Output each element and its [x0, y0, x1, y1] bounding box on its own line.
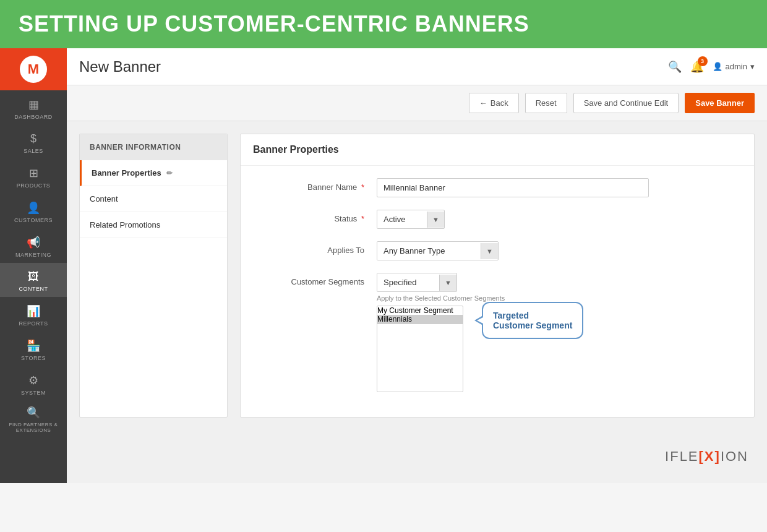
reports-icon: 📊	[27, 304, 40, 318]
form-section-title: Banner Properties	[241, 134, 754, 166]
admin-user-menu[interactable]: 👤 admin ▾	[713, 62, 755, 71]
sidebar-label-customers: CUSTOMERS	[14, 217, 53, 223]
form-body: Banner Name * Status *	[241, 166, 754, 417]
sidebar-label-system: SYSTEM	[21, 390, 46, 396]
applies-to-row: Applies To Any Banner Type Catalog Price…	[265, 241, 742, 260]
sidebar-label-reports: REPORTS	[19, 320, 48, 327]
magento-logo-icon: M	[20, 56, 47, 83]
sidebar: M ▦ DASHBOARD $ SALES ⊞ PRODUCTS 👤 CUSTO…	[0, 48, 67, 483]
segments-select-wrapper: All Specified ▼	[377, 273, 457, 292]
left-nav: BANNER INFORMATION Banner Properties ✏ C…	[79, 134, 228, 418]
top-banner: SETTING UP CUSTOMER-CENTRIC BANNERS	[0, 0, 767, 48]
nav-label-content: Content	[90, 194, 118, 204]
banner-name-label: Banner Name *	[265, 178, 377, 192]
search-icon[interactable]: 🔍	[668, 60, 682, 74]
back-button[interactable]: ← Back	[469, 93, 519, 113]
sales-icon: $	[30, 132, 36, 145]
nav-item-banner-properties[interactable]: Banner Properties ✏	[80, 160, 227, 186]
segments-select-arrow[interactable]: ▼	[439, 275, 456, 291]
header-bar: New Banner 🔍 🔔 3 👤 admin ▾	[67, 48, 767, 85]
sidebar-item-dashboard[interactable]: ▦ DASHBOARD	[0, 90, 67, 125]
top-banner-title: SETTING UP CUSTOMER-CENTRIC BANNERS	[19, 11, 748, 37]
sidebar-item-sales[interactable]: $ SALES	[0, 125, 67, 159]
applies-to-control: Any Banner Type Catalog Price Rule Shopp…	[377, 241, 742, 260]
admin-dropdown-icon: ▾	[750, 62, 755, 71]
segment-listbox[interactable]: My Customer Segment Millennials	[377, 306, 463, 392]
segment-option-my-customer[interactable]: My Customer Segment	[377, 306, 463, 315]
reset-button[interactable]: Reset	[525, 93, 567, 113]
sidebar-label-dashboard: DASHBOARD	[14, 114, 53, 120]
status-control: Active Inactive ▼	[377, 210, 742, 229]
stores-icon: 🏪	[27, 339, 40, 353]
sidebar-label-content: CONTENT	[19, 286, 48, 292]
sidebar-item-reports[interactable]: 📊 REPORTS	[0, 297, 67, 332]
banner-name-input[interactable]	[377, 178, 649, 197]
sidebar-item-products[interactable]: ⊞ PRODUCTS	[0, 159, 67, 194]
iflexion-logo: IFLE[X]ION	[665, 448, 748, 465]
customer-segments-label: Customer Segments	[265, 273, 377, 286]
form-panel: Banner Properties Banner Name *	[240, 134, 755, 418]
banner-name-control	[377, 178, 742, 197]
sidebar-logo: M	[0, 48, 67, 90]
extensions-icon: 🔍	[27, 406, 40, 419]
status-row: Status * Active Inactive ▼	[265, 210, 742, 229]
sidebar-item-content[interactable]: 🖼 CONTENT	[0, 263, 67, 297]
customer-segments-select[interactable]: All Specified	[377, 273, 439, 291]
save-continue-button[interactable]: Save and Continue Edit	[573, 93, 679, 113]
main-content: BANNER INFORMATION Banner Properties ✏ C…	[67, 121, 767, 430]
status-select-wrapper: Active Inactive ▼	[377, 210, 445, 229]
customer-segments-control: All Specified ▼ Apply to the Selected Cu…	[377, 273, 742, 392]
applies-to-label: Applies To	[265, 241, 377, 255]
customers-icon: 👤	[27, 201, 40, 215]
required-marker: *	[361, 182, 364, 192]
sidebar-label-stores: STORES	[21, 355, 46, 361]
banner-name-row: Banner Name *	[265, 178, 742, 197]
sidebar-item-extensions[interactable]: 🔍 FIND PARTNERS & EXTENSIONS	[0, 401, 67, 438]
sidebar-label-sales: SALES	[24, 148, 43, 154]
sidebar-item-customers[interactable]: 👤 CUSTOMERS	[0, 194, 67, 228]
segments-note: Apply to the Selected Customer Segments	[377, 294, 742, 302]
nav-label-related-promotions: Related Promotions	[90, 220, 160, 230]
content-area: New Banner 🔍 🔔 3 👤 admin ▾ ← Back	[67, 48, 767, 483]
dashboard-icon: ▦	[28, 98, 39, 111]
nav-label-banner-properties: Banner Properties	[92, 168, 161, 178]
page-title: New Banner	[79, 58, 161, 75]
toolbar: ← Back Reset Save and Continue Edit Save…	[67, 85, 767, 121]
sidebar-item-system[interactable]: ⚙ SYSTEM	[0, 366, 67, 401]
marketing-icon: 📢	[27, 236, 40, 249]
applies-to-select-arrow[interactable]: ▼	[481, 243, 498, 259]
admin-username: admin	[726, 62, 747, 71]
admin-user-icon: 👤	[713, 62, 722, 71]
targeted-segment-tooltip: TargetedCustomer Segment	[482, 302, 583, 339]
required-marker-status: *	[361, 214, 364, 223]
sidebar-label-marketing: MARKETING	[15, 252, 51, 258]
notifications-icon[interactable]: 🔔 3	[690, 60, 704, 74]
iflexion-logo-highlight: [X]	[699, 448, 721, 464]
applies-to-select-wrapper: Any Banner Type Catalog Price Rule Shopp…	[377, 241, 499, 260]
bottom-area: IFLE[X]ION	[67, 430, 767, 483]
sidebar-item-stores[interactable]: 🏪 STORES	[0, 332, 67, 366]
system-icon: ⚙	[28, 374, 38, 387]
sidebar-item-marketing[interactable]: 📢 MARKETING	[0, 228, 67, 263]
products-icon: ⊞	[29, 166, 38, 180]
nav-item-related-promotions[interactable]: Related Promotions	[80, 212, 227, 238]
segment-option-millennials[interactable]: Millennials	[377, 315, 463, 324]
left-nav-header: BANNER INFORMATION	[80, 134, 227, 160]
nav-item-content[interactable]: Content	[80, 186, 227, 212]
status-select[interactable]: Active Inactive	[377, 210, 427, 228]
segment-list-row: My Customer Segment Millennials Targeted…	[377, 302, 742, 392]
status-select-arrow[interactable]: ▼	[427, 212, 444, 228]
notification-badge: 3	[698, 56, 708, 66]
back-arrow-icon: ←	[479, 98, 487, 108]
content-icon: 🖼	[28, 270, 39, 283]
customer-segments-row: Customer Segments All Specified ▼ Apply …	[265, 273, 742, 392]
sidebar-label-products: PRODUCTS	[17, 182, 51, 189]
edit-pencil-icon: ✏	[166, 169, 173, 178]
applies-to-select[interactable]: Any Banner Type Catalog Price Rule Shopp…	[377, 242, 481, 260]
header-right: 🔍 🔔 3 👤 admin ▾	[668, 60, 755, 74]
sidebar-label-extensions: FIND PARTNERS & EXTENSIONS	[4, 422, 63, 433]
status-label: Status *	[265, 210, 377, 223]
save-banner-button[interactable]: Save Banner	[685, 93, 755, 113]
